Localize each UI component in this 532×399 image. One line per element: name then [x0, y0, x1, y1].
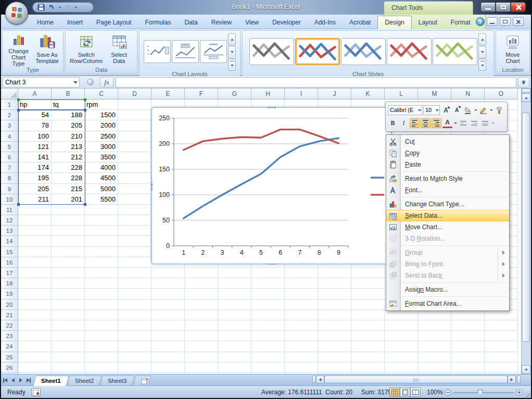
cell-A14[interactable]: [18, 236, 52, 246]
cell-C20[interactable]: [85, 300, 118, 310]
cell-B21[interactable]: [52, 310, 85, 320]
scroll-up-button[interactable]: [522, 93, 530, 102]
resize-grip[interactable]: [523, 391, 530, 398]
ribbon-tab-add-ins[interactable]: Add-Ins: [308, 16, 343, 29]
bullets-button[interactable]: [480, 118, 490, 128]
ribbon-tab-data[interactable]: Data: [178, 16, 204, 29]
ribbon-tab-page-layout[interactable]: Page Layout: [90, 16, 138, 29]
row-header-22[interactable]: 22: [1, 320, 18, 331]
cell-K26[interactable]: [351, 363, 385, 373]
workbook-minimize-button[interactable]: [487, 17, 498, 26]
cell-L21[interactable]: [385, 310, 418, 320]
menu-item-bring-to-front[interactable]: Bring to Front: [386, 258, 509, 270]
row-header-17[interactable]: 17: [1, 268, 18, 278]
align-right-button[interactable]: [432, 118, 441, 128]
cell-G18[interactable]: [218, 278, 251, 289]
cell-C5[interactable]: 3000: [85, 142, 118, 152]
zoom-out-icon[interactable]: [445, 389, 451, 396]
cell-A3[interactable]: 78: [18, 120, 52, 131]
cell-H22[interactable]: [251, 320, 285, 331]
cell-B1[interactable]: tq: [52, 99, 85, 110]
cell-G23[interactable]: [218, 331, 251, 341]
cell-A21[interactable]: [18, 310, 52, 320]
switch-row-column-button[interactable]: SwitchRow/Column: [69, 32, 104, 67]
horizontal-split-handle-right[interactable]: [517, 376, 521, 383]
cell-C2[interactable]: 1500: [85, 110, 118, 120]
qat-customize-icon[interactable]: [74, 7, 78, 8]
align-left-button[interactable]: [410, 118, 420, 128]
undo-dropdown-icon[interactable]: [58, 7, 61, 8]
menu-item-copy[interactable]: Copy: [386, 147, 509, 159]
cell-A23[interactable]: [18, 331, 52, 341]
cell-D3[interactable]: [118, 120, 151, 131]
align-center-button[interactable]: [421, 118, 430, 128]
horizontal-split-handle[interactable]: [312, 376, 316, 383]
cell-I21[interactable]: [285, 310, 318, 320]
cell-D1[interactable]: [118, 99, 151, 110]
cell-E20[interactable]: [151, 300, 185, 310]
row-header-8[interactable]: 8: [1, 173, 18, 183]
cell-C17[interactable]: [85, 268, 118, 278]
cell-A2[interactable]: 54: [18, 110, 52, 120]
cell-K19[interactable]: [351, 289, 385, 299]
cell-D7[interactable]: [118, 163, 151, 173]
first-sheet-button[interactable]: [1, 376, 9, 385]
cell-B14[interactable]: [52, 236, 85, 246]
ribbon-tab-home[interactable]: Home: [30, 16, 60, 29]
name-box-dropdown-icon[interactable]: [73, 81, 78, 84]
cell-B8[interactable]: 228: [52, 173, 85, 183]
cell-H20[interactable]: [251, 300, 285, 310]
chart-layout-thumb-2[interactable]: [172, 40, 199, 63]
cell-D22[interactable]: [118, 320, 151, 331]
cell-N21[interactable]: [451, 310, 485, 320]
cell-O26[interactable]: [485, 363, 518, 373]
cell-D16[interactable]: [118, 257, 151, 268]
fill-color-dropdown-icon[interactable]: [474, 109, 477, 111]
cell-D26[interactable]: [118, 363, 151, 373]
sheet-tab-sheet3[interactable]: Sheet3: [100, 376, 135, 386]
cell-B25[interactable]: [52, 352, 85, 363]
cell-O21[interactable]: [485, 310, 518, 320]
cell-I20[interactable]: [285, 300, 318, 310]
cell-B3[interactable]: 205: [52, 120, 85, 131]
row-header-14[interactable]: 14: [1, 236, 18, 246]
layouts-scroll-up-button[interactable]: [228, 33, 236, 45]
cell-E21[interactable]: [151, 310, 185, 320]
cell-D15[interactable]: [118, 247, 151, 257]
cell-G22[interactable]: [218, 320, 251, 331]
cell-C7[interactable]: 4000: [85, 163, 118, 173]
row-header-18[interactable]: 18: [1, 278, 18, 289]
page-break-view-button[interactable]: [410, 388, 421, 397]
cell-B19[interactable]: [52, 289, 85, 299]
cell-A25[interactable]: [18, 352, 52, 363]
cell-H21[interactable]: [251, 310, 285, 320]
styles-more-button[interactable]: [478, 59, 486, 71]
cell-K24[interactable]: [351, 341, 385, 352]
font-color-dropdown-icon[interactable]: [454, 122, 457, 124]
cell-B12[interactable]: [52, 215, 85, 226]
cell-E19[interactable]: [151, 289, 185, 299]
cell-L25[interactable]: [385, 352, 418, 363]
cell-H19[interactable]: [251, 289, 285, 299]
minimize-button[interactable]: [480, 2, 496, 12]
cell-D11[interactable]: [118, 205, 151, 215]
row-header-2[interactable]: 2: [1, 110, 18, 120]
row-header-23[interactable]: 23: [1, 331, 18, 341]
menu-item-send-to-back[interactable]: Send to Back: [386, 270, 509, 281]
cell-B18[interactable]: [52, 278, 85, 289]
row-header-5[interactable]: 5: [1, 142, 18, 152]
cell-A22[interactable]: [18, 320, 52, 331]
cell-G25[interactable]: [218, 352, 251, 363]
cell-F23[interactable]: [185, 331, 218, 341]
cell-E18[interactable]: [151, 278, 185, 289]
cell-N24[interactable]: [451, 341, 485, 352]
cell-B4[interactable]: 210: [52, 131, 85, 142]
cell-C19[interactable]: [85, 289, 118, 299]
column-header-M[interactable]: M: [418, 89, 451, 99]
cell-N22[interactable]: [451, 320, 485, 331]
insert-function-button[interactable]: fx: [100, 77, 113, 88]
zoom-slider-handle[interactable]: [478, 390, 483, 395]
cell-J26[interactable]: [318, 363, 351, 373]
cell-C11[interactable]: [85, 205, 118, 215]
cell-O25[interactable]: [485, 352, 518, 363]
